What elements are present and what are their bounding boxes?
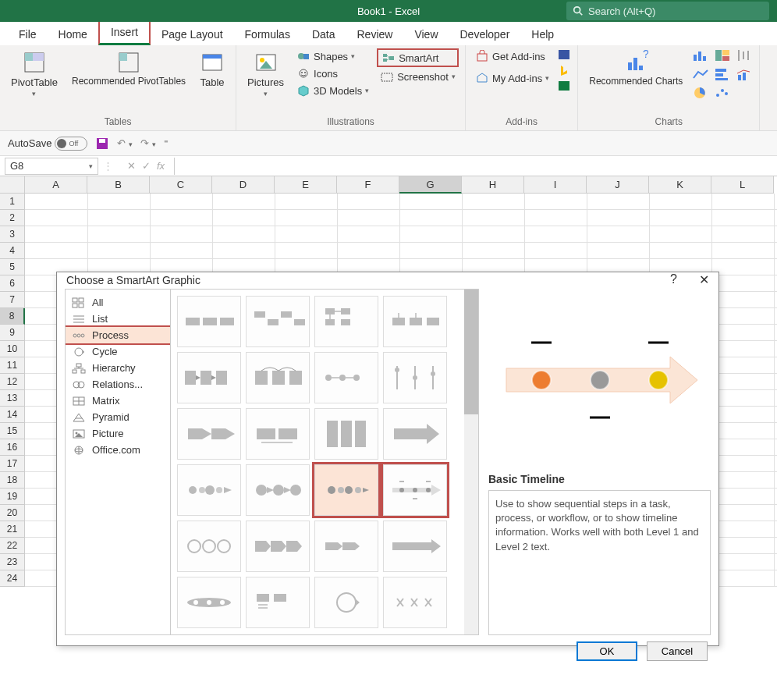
tab-review[interactable]: Review: [346, 23, 404, 45]
row-header[interactable]: 4: [0, 243, 25, 259]
smartart-thumb[interactable]: [383, 296, 447, 347]
col-header[interactable]: E: [275, 176, 337, 194]
col-header[interactable]: K: [649, 176, 711, 194]
row-header[interactable]: 9: [0, 325, 25, 341]
fx-icon[interactable]: fx: [157, 160, 165, 172]
undo-button[interactable]: ↶ ▾: [117, 137, 133, 149]
row-header[interactable]: 11: [0, 357, 25, 374]
pictures-button[interactable]: Pictures▾: [243, 48, 289, 99]
col-header[interactable]: A: [25, 176, 87, 194]
smartart-thumb[interactable]: [177, 296, 241, 347]
bar-chart-icon[interactable]: [714, 67, 731, 81]
row-header[interactable]: 3: [0, 226, 25, 243]
smartart-thumb[interactable]: [177, 352, 241, 403]
row-header[interactable]: 20: [0, 505, 25, 521]
col-header[interactable]: B: [87, 176, 150, 194]
cat-picture[interactable]: Picture: [66, 425, 170, 442]
tab-data[interactable]: Data: [301, 23, 346, 45]
row-header[interactable]: 17: [0, 456, 25, 472]
smartart-thumb[interactable]: [314, 352, 378, 403]
smartart-thumb[interactable]: [177, 577, 241, 628]
screenshot-button[interactable]: Screenshot▾: [377, 69, 459, 84]
smartart-thumb[interactable]: [314, 521, 378, 572]
close-icon[interactable]: ✕: [699, 272, 709, 287]
row-header[interactable]: 21: [0, 521, 25, 538]
col-header[interactable]: L: [711, 176, 774, 194]
col-header[interactable]: C: [150, 176, 212, 194]
row-header[interactable]: 24: [0, 570, 25, 587]
row-header[interactable]: 23: [0, 554, 25, 570]
cat-cycle[interactable]: Cycle: [66, 343, 170, 360]
row-header[interactable]: 16: [0, 439, 25, 456]
column-chart-icon[interactable]: [692, 48, 709, 62]
ok-button[interactable]: OK: [577, 641, 637, 661]
name-box[interactable]: G8▾: [5, 158, 98, 175]
select-all-corner[interactable]: [0, 176, 25, 194]
save-icon[interactable]: [95, 137, 109, 151]
row-header[interactable]: 19: [0, 489, 25, 505]
tab-page-layout[interactable]: Page Layout: [151, 23, 234, 45]
visio-icon[interactable]: [557, 48, 571, 61]
smartart-thumb[interactable]: [177, 464, 241, 516]
cat-process[interactable]: Process: [66, 327, 170, 343]
smartart-button[interactable]: SmartArt: [377, 48, 459, 67]
qat-customize[interactable]: ⁼: [164, 138, 169, 148]
my-addins-button[interactable]: My Add-ins ▾: [472, 70, 552, 86]
smartart-thumb[interactable]: [383, 577, 447, 628]
row-header[interactable]: 5: [0, 259, 25, 275]
smartart-thumb[interactable]: [314, 296, 378, 347]
cancel-button[interactable]: Cancel: [647, 641, 708, 661]
combo-chart-icon[interactable]: [736, 67, 753, 81]
smartart-thumb[interactable]: [383, 352, 447, 403]
get-addins-button[interactable]: Get Add-ins: [472, 48, 552, 64]
smartart-thumb[interactable]: [177, 408, 241, 460]
row-header[interactable]: 1: [0, 194, 25, 210]
smartart-thumb[interactable]: [314, 408, 378, 460]
search-box[interactable]: Search (Alt+Q): [566, 2, 769, 20]
row-header[interactable]: 10: [0, 341, 25, 357]
pie-chart-icon[interactable]: [692, 86, 709, 100]
smartart-thumb[interactable]: [246, 577, 310, 628]
treemap-icon[interactable]: [714, 48, 731, 62]
smartart-thumb[interactable]: [383, 408, 447, 460]
recommended-pivottables-button[interactable]: Recommended PivotTables: [67, 48, 190, 88]
smartart-thumb[interactable]: [246, 408, 310, 460]
smartart-thumb[interactable]: [246, 464, 310, 516]
col-header[interactable]: I: [524, 176, 587, 194]
people-icon[interactable]: [557, 80, 571, 92]
smartart-thumb[interactable]: [246, 352, 310, 403]
cat-all[interactable]: All: [66, 294, 170, 311]
scatter-chart-icon[interactable]: [714, 86, 731, 100]
smartart-thumb[interactable]: [246, 521, 310, 572]
stock-chart-icon[interactable]: [736, 48, 753, 62]
row-header[interactable]: 12: [0, 374, 25, 390]
pivottable-button[interactable]: PivotTable▾: [6, 48, 62, 99]
smartart-thumb[interactable]: [246, 296, 310, 347]
smartart-thumb[interactable]: [314, 464, 378, 516]
autosave-toggle[interactable]: AutoSave Off: [8, 137, 87, 151]
recommended-charts-button[interactable]: ? Recommended Charts: [584, 48, 687, 88]
row-header[interactable]: 13: [0, 390, 25, 407]
row-header[interactable]: 2: [0, 210, 25, 226]
tab-home[interactable]: Home: [48, 23, 98, 45]
tab-insert[interactable]: Insert: [98, 20, 151, 45]
cat-pyramid[interactable]: Pyramid: [66, 409, 170, 425]
smartart-thumb[interactable]: [177, 521, 241, 572]
tab-help[interactable]: Help: [520, 23, 565, 45]
enter-formula-icon[interactable]: ✓: [142, 160, 151, 172]
row-header[interactable]: 18: [0, 472, 25, 489]
row-header[interactable]: 6: [0, 275, 25, 292]
row-header[interactable]: 7: [0, 292, 25, 308]
tab-file[interactable]: File: [8, 23, 48, 45]
cat-matrix[interactable]: Matrix: [66, 393, 170, 409]
gallery-scrollbar[interactable]: [464, 290, 478, 634]
cat-list[interactable]: List: [66, 311, 170, 327]
table-button[interactable]: Table: [195, 48, 229, 90]
smartart-thumb[interactable]: [383, 521, 447, 572]
col-header[interactable]: G: [399, 176, 462, 194]
smartart-thumb[interactable]: [314, 577, 378, 628]
bing-icon[interactable]: [557, 64, 571, 76]
col-header[interactable]: H: [462, 176, 524, 194]
col-header[interactable]: J: [587, 176, 649, 194]
row-header[interactable]: 15: [0, 423, 25, 439]
